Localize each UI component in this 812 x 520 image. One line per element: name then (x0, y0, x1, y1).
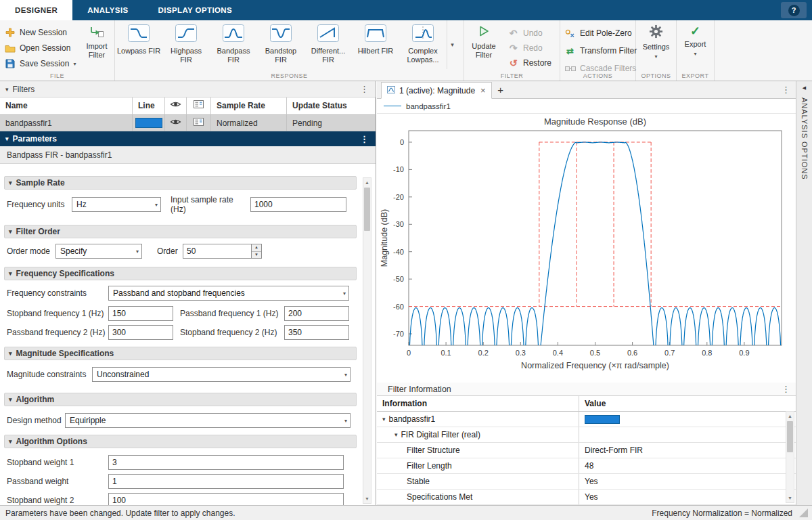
save-floppy-icon (4, 59, 16, 68)
help-button[interactable]: ? (781, 2, 807, 18)
stopband-frequency-1-label: Stopband frequency 1 (Hz) (7, 309, 108, 318)
scroll-up-arrow[interactable]: ▲ (363, 178, 371, 187)
differentiator-fir-button[interactable]: Different... FIR (304, 20, 352, 81)
stopband-frequency-2-field[interactable] (284, 325, 349, 340)
line-color-swatch[interactable] (135, 118, 162, 128)
filter-information-row[interactable]: Filter Structure Direct-Form FIR (377, 443, 796, 458)
expand-panel-icon[interactable]: ◀ (803, 85, 806, 91)
response-gallery-expand-button[interactable]: ▾ (447, 20, 457, 69)
filters-menu-kebab-icon[interactable]: ⋮ (359, 84, 370, 94)
toolstrip-tabbar: DESIGNER ANALYSIS DISPLAY OPTIONS ? (0, 0, 812, 20)
tab-display-options[interactable]: DISPLAY OPTIONS (143, 0, 248, 20)
add-tab-button[interactable]: + (492, 81, 510, 98)
scrollbar-thumb[interactable] (364, 188, 370, 231)
bandpass-fir-button[interactable]: Bandpass FIR (210, 20, 257, 81)
section-filter-order[interactable]: ▾ Filter Order (4, 225, 357, 238)
update-filter-button[interactable]: Update Filter (464, 20, 503, 70)
plot-canvas[interactable]: Magnitude Response (dB)00.10.20.30.40.50… (377, 114, 796, 383)
filters-table-header: Name Line Sample Rate Update Status (0, 98, 376, 115)
complex-lowpass-button[interactable]: Complex Lowpas... (399, 20, 447, 81)
hilbert-fir-button[interactable]: Hilbert FIR (352, 20, 399, 81)
plot-ylabel: Magnitude (dB) (380, 209, 389, 267)
filter-visibility-cell[interactable] (165, 115, 187, 131)
passband-weight-field[interactable] (108, 474, 344, 489)
filter-information-row[interactable]: ▾FIR Digital Filter (real) (377, 427, 796, 443)
save-session-button[interactable]: Save Session ▾ (0, 57, 80, 70)
export-button[interactable]: ✓ Export ▾ (677, 20, 714, 57)
filter-line-cell[interactable] (133, 115, 165, 131)
bandstop-fir-button[interactable]: Bandstop FIR (257, 20, 304, 81)
open-session-button[interactable]: Open Session (0, 41, 80, 55)
filter-information-row[interactable]: Stable Yes (377, 474, 796, 490)
redo-button[interactable]: ↷ Redo (503, 41, 551, 55)
column-header-information[interactable]: Information (377, 396, 579, 412)
analysis-options-strip[interactable]: ◀ ANALYSIS OPTIONS (796, 81, 812, 505)
filter-table-row[interactable]: bandpassfir1 Normalized Pending (0, 115, 376, 131)
status-message: Parameters have been changed. Update fil… (5, 508, 235, 518)
magnitude-plot-tab[interactable]: 1 (active): Magnitude × (381, 82, 492, 99)
filter-information-header[interactable]: Filter Information ⋮ (377, 383, 796, 396)
edit-pole-zero-button[interactable]: Edit Pole-Zero (560, 26, 635, 40)
status-bar: Parameters have been changed. Update fil… (0, 505, 812, 520)
collapse-icon[interactable]: ▾ (382, 416, 386, 422)
plot-menu-kebab-icon[interactable]: ⋮ (780, 85, 796, 95)
stopband-weight-1-field[interactable] (108, 455, 344, 470)
column-header-sample-rate[interactable]: Sample Rate (211, 98, 287, 115)
restore-button[interactable]: ↺ Restore (503, 56, 551, 70)
passband-frequency-2-field[interactable] (108, 325, 173, 340)
scrollbar-thumb[interactable] (787, 421, 793, 452)
stepper-up-button[interactable]: ▲ (252, 244, 261, 252)
collapse-icon[interactable]: ▾ (394, 431, 398, 438)
scrollbar-track[interactable] (363, 187, 371, 494)
stopband-frequency-1-field[interactable] (108, 306, 173, 321)
column-header-name[interactable]: Name (0, 98, 133, 115)
filter-name-cell[interactable]: bandpassfir1 (0, 115, 133, 131)
order-mode-combo[interactable]: Specify ▾ (55, 244, 142, 259)
column-header-annotation[interactable] (187, 98, 211, 115)
stopband-weight-2-field[interactable] (108, 493, 344, 505)
frequency-constraints-combo[interactable]: Passband and stopband frequencies ▾ (108, 286, 349, 301)
section-algorithm[interactable]: ▾ Algorithm (4, 393, 357, 406)
parameters-scrollbar[interactable]: ▲ ▼ (363, 177, 371, 504)
section-algorithm-options[interactable]: ▾ Algorithm Options (4, 435, 357, 448)
frequency-units-label: Frequency units (7, 200, 72, 209)
scrollbar-track[interactable] (786, 420, 794, 494)
stepper-down-button[interactable]: ▼ (252, 252, 261, 259)
filter-information-row[interactable]: Filter Length 48 (377, 458, 796, 474)
order-field[interactable] (183, 244, 251, 259)
filter-information-row[interactable]: ▾bandpassfir1 (377, 412, 796, 427)
input-sample-rate-field[interactable] (250, 197, 346, 212)
filters-panel-header[interactable]: ▾ Filters ⋮ (0, 81, 376, 98)
passband-frequency-1-field[interactable] (284, 306, 349, 321)
lowpass-fir-button[interactable]: Lowpass FIR (115, 20, 162, 81)
column-header-update-status[interactable]: Update Status (287, 98, 376, 115)
resize-grip[interactable] (799, 508, 808, 517)
undo-button[interactable]: ↶ Undo (503, 26, 551, 40)
section-sample-rate[interactable]: ▾ Sample Rate (4, 176, 357, 190)
frequency-units-combo[interactable]: Hz ▾ (72, 197, 161, 212)
settings-button[interactable]: Settings ▾ (636, 20, 676, 60)
section-magnitude-specifications[interactable]: ▾ Magnitude Specifications (4, 347, 357, 360)
filter-information-scrollbar[interactable]: ▲ ▼ (786, 411, 794, 503)
column-header-line[interactable]: Line (133, 98, 165, 115)
filter-annotation-cell[interactable] (187, 115, 211, 131)
highpass-fir-button[interactable]: Highpass FIR (162, 20, 210, 81)
scroll-down-arrow[interactable]: ▼ (786, 494, 794, 502)
scroll-up-arrow[interactable]: ▲ (786, 412, 794, 420)
parameters-menu-kebab-icon[interactable]: ⋮ (359, 134, 370, 144)
tab-designer[interactable]: DESIGNER (0, 0, 72, 20)
column-header-visibility[interactable] (165, 98, 187, 115)
magnitude-constraints-combo[interactable]: Unconstrained ▾ (92, 367, 351, 382)
new-session-button[interactable]: New Session (0, 26, 80, 39)
scroll-down-arrow[interactable]: ▼ (363, 494, 371, 503)
design-method-combo[interactable]: Equiripple ▾ (65, 413, 351, 428)
parameters-panel-header[interactable]: ▾ Parameters ⋮ (0, 131, 376, 146)
close-tab-icon[interactable]: × (480, 85, 486, 95)
column-header-value[interactable]: Value (579, 396, 796, 412)
filter-information-row[interactable]: Specifications Met Yes (377, 490, 796, 505)
filter-information-kebab-icon[interactable]: ⋮ (780, 384, 796, 394)
import-filter-button[interactable]: Import Filter (80, 22, 114, 70)
transform-filter-button[interactable]: ⇄ Transform Filter (560, 44, 635, 58)
section-frequency-specifications[interactable]: ▾ Frequency Specifications (4, 267, 357, 280)
tab-analysis[interactable]: ANALYSIS (72, 0, 143, 20)
